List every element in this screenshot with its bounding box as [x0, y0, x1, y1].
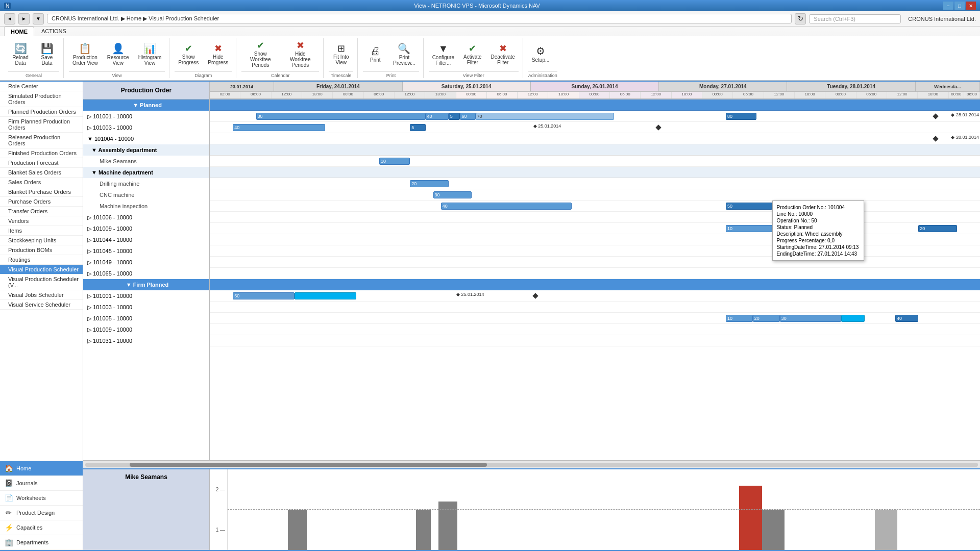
sidebar-item-blanket-purchase[interactable]: Blanket Purchase Orders: [0, 187, 83, 197]
bar-inspection-50[interactable]: 50: [726, 203, 772, 210]
row-label-101049[interactable]: ▷ 101049 - 10000: [83, 257, 210, 268]
ribbon-group-print: 🖨 Print 🔍 PrintPreview... Print: [359, 38, 423, 78]
bar-drilling-20[interactable]: 20: [410, 180, 448, 187]
sidebar-item-boms[interactable]: Production BOMs: [0, 245, 83, 255]
row-label-101065[interactable]: ▷ 101065 - 10000: [83, 268, 210, 279]
sidebar-item-vendors[interactable]: Vendors: [0, 216, 83, 226]
resource-view-button[interactable]: 👤 ResourceView: [104, 41, 133, 68]
row-label-fp-101009[interactable]: ▷ 101009 - 10000: [83, 324, 210, 335]
bar-fp-101005-40[interactable]: 40: [895, 315, 918, 322]
histogram-button[interactable]: 📊 HistogramView: [135, 41, 165, 68]
reload-button[interactable]: 🔄 ReloadData: [8, 41, 33, 68]
production-order-view-button[interactable]: 📋 ProductionOrder View: [69, 41, 102, 68]
close-button[interactable]: ✕: [966, 2, 976, 10]
nav-item-departments[interactable]: 🏢 Departments: [0, 535, 83, 550]
bar-inspection-40[interactable]: 40: [441, 203, 572, 210]
ribbon-group-admin: ⚙ Setup... Administration: [524, 38, 561, 78]
sidebar-item-finished[interactable]: Finished Production Orders: [0, 148, 83, 158]
search-box[interactable]: Search (Ctrl+F3): [809, 14, 901, 23]
forward-button[interactable]: ►: [18, 13, 30, 24]
bar-101003-5[interactable]: 5: [410, 124, 425, 131]
back-button[interactable]: ◄: [4, 13, 15, 24]
row-label-fp-101001[interactable]: ▷ 101001 - 10000: [83, 290, 210, 302]
row-label-101004[interactable]: ▼ 101004 - 10000: [83, 133, 210, 144]
bar-fp-101005-cyan[interactable]: [841, 315, 864, 322]
nav-item-worksheets[interactable]: 📄 Worksheets: [0, 491, 83, 506]
sidebar-item-vss[interactable]: Visual Service Scheduler: [0, 300, 83, 310]
sidebar-item-forecast[interactable]: Production Forecast: [0, 158, 83, 168]
print-button[interactable]: 🖨 Print: [363, 43, 387, 65]
nav-item-product-design[interactable]: ✏ Product Design: [0, 506, 83, 520]
sidebar-item-planned[interactable]: Planned Production Orders: [0, 107, 83, 117]
y-label-2: 2 —: [216, 487, 225, 492]
show-workfree-button[interactable]: ✔ Show WorkfreePeriods: [241, 38, 279, 70]
down-button[interactable]: ▼: [33, 13, 44, 24]
activate-filter-button[interactable]: ✔ ActivateFilter: [460, 41, 485, 68]
setup-button[interactable]: ⚙ Setup...: [528, 43, 553, 65]
tab-actions[interactable]: ACTIONS: [35, 27, 72, 36]
bar-row-inspection: 40 50 Production Order No.: 101004 Line …: [210, 201, 980, 212]
bar-fp-101001-cyan[interactable]: [295, 292, 356, 299]
configure-filter-button[interactable]: ▼ ConfigureFilter...: [429, 41, 458, 68]
tooltip-101004: Production Order No.: 101004 Line No.: 1…: [772, 201, 864, 261]
sidebar-item-stockkeeping[interactable]: Stockkeeping Units: [0, 236, 83, 245]
bar-101001-70[interactable]: 70: [476, 113, 615, 120]
row-label-101044[interactable]: ▷ 101044 - 10000: [83, 234, 210, 245]
scrollbar-thumb[interactable]: [130, 463, 487, 467]
row-label-fp-101031[interactable]: ▷ 101031 - 10000: [83, 335, 210, 346]
bar-fp-101005-20[interactable]: 20: [753, 315, 780, 322]
row-label-101003[interactable]: ▷ 101003 - 10000: [83, 122, 210, 133]
bar-101001-30[interactable]: 30: [256, 113, 426, 120]
sidebar-item-vps[interactable]: Visual Production Scheduler: [0, 265, 83, 274]
sidebar-item-released[interactable]: Released Production Orders: [0, 133, 83, 148]
sidebar-item-purchase[interactable]: Purchase Orders: [0, 197, 83, 207]
show-progress-button[interactable]: ✔ ShowProgress: [175, 41, 202, 68]
gantt-label-header: Production Order: [83, 82, 210, 99]
sidebar-item-items[interactable]: Items: [0, 226, 83, 236]
bar-101001-40[interactable]: 40: [426, 113, 449, 120]
tab-home[interactable]: HOME: [4, 27, 34, 36]
bar-101001-5[interactable]: 5: [449, 113, 460, 120]
row-label-fp-101005[interactable]: ▷ 101005 - 10000: [83, 313, 210, 324]
horizontal-scrollbar[interactable]: [83, 460, 980, 468]
sidebar-item-role-center[interactable]: Role Center: [0, 82, 83, 91]
bar-fp-101005-10[interactable]: 10: [726, 315, 753, 322]
row-label-101045[interactable]: ▷ 101045 - 10000: [83, 245, 210, 257]
row-label-101001[interactable]: ▷ 101001 - 10000: [83, 111, 210, 122]
sidebar-item-sales[interactable]: Sales Orders: [0, 178, 83, 187]
maximize-button[interactable]: □: [954, 2, 965, 10]
bar-101001-60[interactable]: 60: [460, 113, 475, 120]
row-label-inspection: Machine inspection: [83, 201, 210, 212]
date-jan23: 23.01.2014: [210, 82, 274, 91]
fit-into-view-button[interactable]: ⊞ Fit IntoView: [329, 41, 353, 68]
refresh-button[interactable]: ↻: [795, 13, 806, 24]
save-button[interactable]: 💾 SaveData: [35, 41, 59, 68]
bar-101009-20[interactable]: 20: [918, 225, 957, 232]
bar-fp-101005-30[interactable]: 30: [780, 315, 842, 322]
bar-cnc-30[interactable]: 30: [433, 191, 472, 198]
bar-101003-40[interactable]: 40: [233, 124, 325, 131]
bar-mike-10[interactable]: 10: [379, 158, 410, 165]
row-label-planned: ▼ Planned: [83, 99, 210, 111]
sidebar-item-routings[interactable]: Routings: [0, 255, 83, 265]
deactivate-filter-button[interactable]: ✖ DeactivateFilter: [487, 41, 519, 68]
scheduler: Production Order 23.01.2014 Friday, 24.0…: [83, 82, 980, 550]
hide-progress-button[interactable]: ✖ HideProgress: [204, 41, 232, 68]
sidebar-item-blanket-sales[interactable]: Blanket Sales Orders: [0, 168, 83, 178]
bar-fp-101001-50[interactable]: 50: [233, 292, 295, 299]
row-label-fp-101003[interactable]: ▷ 101003 - 10000: [83, 302, 210, 313]
sidebar-item-vps2[interactable]: Visual Production Scheduler (V...: [0, 274, 83, 290]
print-preview-button[interactable]: 🔍 PrintPreview...: [389, 41, 419, 68]
hide-workfree-button[interactable]: ✖ Hide WorkfreePeriods: [281, 38, 319, 70]
minimize-button[interactable]: −: [943, 2, 953, 10]
nav-item-journals[interactable]: 📓 Journals: [0, 476, 83, 491]
sidebar-item-transfer[interactable]: Transfer Orders: [0, 207, 83, 216]
row-label-101009[interactable]: ▷ 101009 - 10000: [83, 223, 210, 234]
sidebar-item-firm-planned[interactable]: Firm Planned Production Orders: [0, 117, 83, 133]
bar-101001-80[interactable]: 80: [726, 113, 756, 120]
sidebar-item-simulated[interactable]: Simulated Production Orders: [0, 91, 83, 107]
row-label-101006[interactable]: ▷ 101006 - 10000: [83, 212, 210, 223]
nav-item-capacities[interactable]: ⚡ Capacities: [0, 520, 83, 535]
sidebar-item-vjs[interactable]: Visual Jobs Scheduler: [0, 290, 83, 300]
nav-item-home[interactable]: 🏠 Home: [0, 461, 83, 476]
